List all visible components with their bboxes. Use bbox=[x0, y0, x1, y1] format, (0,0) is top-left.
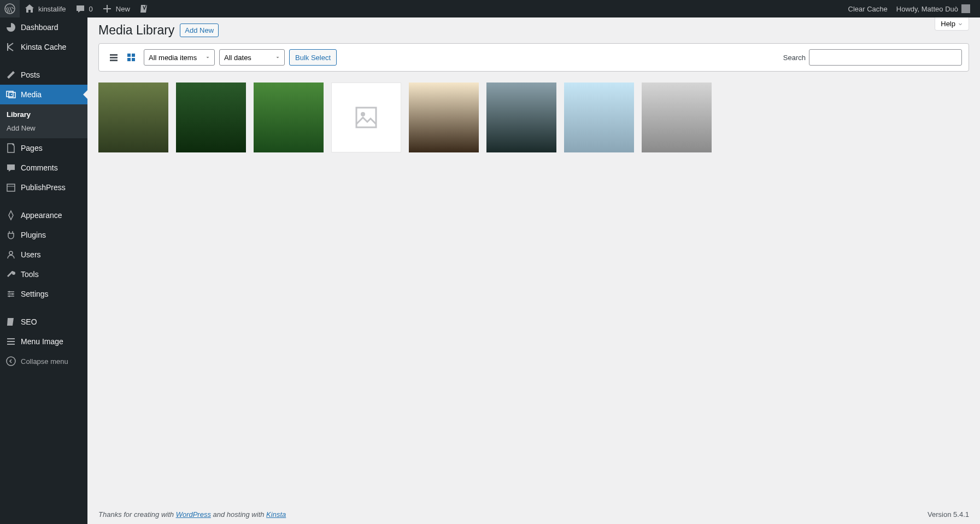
chevron-down-icon bbox=[958, 21, 963, 27]
clear-cache-link[interactable]: Clear Cache bbox=[844, 0, 892, 17]
main-content: Media Library Add New Help All media ite… bbox=[87, 0, 980, 524]
svg-rect-14 bbox=[132, 58, 135, 61]
media-type-filter[interactable]: All media items bbox=[144, 49, 215, 66]
sidebar-item-seo[interactable]: SEO bbox=[0, 312, 87, 332]
plugins-icon bbox=[5, 229, 16, 240]
media-item[interactable] bbox=[98, 83, 168, 152]
sidebar-item-menu-image[interactable]: Menu Image bbox=[0, 332, 87, 351]
svg-rect-8 bbox=[110, 54, 118, 56]
menu-image-icon bbox=[5, 336, 16, 347]
version-label: Version 5.4.1 bbox=[928, 510, 969, 519]
svg-rect-9 bbox=[110, 57, 118, 58]
sidebar-item-pages[interactable]: Pages bbox=[0, 138, 87, 158]
collapse-menu[interactable]: Collapse menu bbox=[0, 351, 87, 371]
media-item[interactable] bbox=[486, 83, 556, 152]
view-toggle bbox=[105, 49, 139, 66]
search-label: Search bbox=[783, 54, 806, 62]
grid-icon bbox=[126, 52, 137, 63]
comments-link[interactable]: 0 bbox=[71, 0, 97, 17]
comments-icon bbox=[5, 162, 16, 173]
list-view-button[interactable] bbox=[105, 49, 122, 66]
media-thumbnail bbox=[176, 83, 246, 152]
new-content-link[interactable]: New bbox=[97, 0, 134, 17]
media-thumbnail bbox=[564, 83, 634, 152]
sidebar-item-plugins[interactable]: Plugins bbox=[0, 225, 87, 245]
media-thumbnail bbox=[409, 83, 479, 152]
media-item[interactable] bbox=[331, 83, 401, 152]
sidebar-item-users[interactable]: Users bbox=[0, 245, 87, 264]
kinsta-icon bbox=[5, 42, 16, 52]
media-toolbar: All media items All dates Bulk Select Se… bbox=[98, 43, 969, 72]
media-item[interactable] bbox=[642, 83, 712, 152]
wp-logo[interactable] bbox=[0, 0, 20, 17]
sidebar-item-comments[interactable]: Comments bbox=[0, 158, 87, 178]
comments-count: 0 bbox=[89, 5, 93, 13]
avatar bbox=[961, 4, 970, 13]
howdy-label: Howdy, Matteo Duò bbox=[896, 5, 958, 13]
sidebar-item-appearance[interactable]: Appearance bbox=[0, 205, 87, 225]
admin-sidebar: Dashboard Kinsta Cache Posts Media Libra… bbox=[0, 17, 87, 524]
tools-icon bbox=[5, 269, 16, 280]
media-grid bbox=[87, 72, 980, 163]
media-item[interactable] bbox=[176, 83, 246, 152]
media-submenu: Library Add New bbox=[0, 104, 87, 138]
site-link[interactable]: kinstalife bbox=[20, 0, 71, 17]
dashboard-icon bbox=[5, 22, 16, 33]
home-icon bbox=[24, 3, 35, 14]
pages-icon bbox=[5, 143, 16, 154]
search-wrap: Search bbox=[783, 49, 962, 66]
wordpress-icon bbox=[4, 3, 15, 14]
collapse-icon bbox=[5, 356, 16, 367]
user-menu[interactable]: Howdy, Matteo Duò bbox=[892, 0, 975, 17]
svg-point-16 bbox=[361, 112, 365, 116]
svg-point-1 bbox=[11, 94, 12, 95]
sidebar-item-media[interactable]: Media bbox=[0, 85, 87, 104]
svg-rect-15 bbox=[356, 108, 376, 127]
footer-thanks: Thanks for creating with WordPress and h… bbox=[98, 510, 286, 519]
sidebar-item-settings[interactable]: Settings bbox=[0, 284, 87, 304]
date-filter[interactable]: All dates bbox=[219, 49, 285, 66]
sidebar-item-tools[interactable]: Tools bbox=[0, 264, 87, 284]
sidebar-item-dashboard[interactable]: Dashboard bbox=[0, 17, 87, 37]
submenu-add-new[interactable]: Add New bbox=[0, 121, 87, 135]
site-name: kinstalife bbox=[38, 5, 66, 13]
svg-rect-12 bbox=[132, 54, 135, 57]
sidebar-item-kinsta-cache[interactable]: Kinsta Cache bbox=[0, 37, 87, 57]
admin-footer: Thanks for creating with WordPress and h… bbox=[87, 505, 980, 524]
svg-point-5 bbox=[12, 293, 14, 295]
svg-rect-10 bbox=[110, 60, 118, 61]
svg-rect-2 bbox=[7, 184, 15, 191]
media-thumbnail bbox=[486, 83, 556, 152]
calendar-icon bbox=[5, 182, 16, 193]
yoast-icon bbox=[139, 3, 150, 14]
media-thumbnail bbox=[254, 83, 324, 152]
media-icon bbox=[5, 89, 16, 100]
media-thumbnail bbox=[98, 83, 168, 152]
comment-icon bbox=[75, 3, 86, 14]
add-new-button[interactable]: Add New bbox=[180, 23, 219, 37]
wordpress-link[interactable]: WordPress bbox=[176, 510, 211, 519]
kinsta-link[interactable]: Kinsta bbox=[266, 510, 286, 519]
page-title: Media Library bbox=[98, 23, 174, 38]
svg-point-7 bbox=[7, 357, 15, 366]
sidebar-item-posts[interactable]: Posts bbox=[0, 65, 87, 85]
media-thumbnail bbox=[642, 83, 712, 152]
media-item[interactable] bbox=[409, 83, 479, 152]
svg-point-3 bbox=[9, 251, 13, 255]
users-icon bbox=[5, 249, 16, 260]
submenu-library[interactable]: Library bbox=[0, 108, 87, 121]
sidebar-item-publishpress[interactable]: PublishPress bbox=[0, 178, 87, 197]
seo-icon bbox=[5, 316, 16, 327]
yoast-link[interactable] bbox=[134, 0, 154, 17]
bulk-select-button[interactable]: Bulk Select bbox=[289, 49, 337, 66]
media-item[interactable] bbox=[564, 83, 634, 152]
page-header: Media Library Add New Help bbox=[87, 17, 980, 43]
search-input[interactable] bbox=[809, 49, 962, 66]
svg-rect-11 bbox=[127, 54, 131, 57]
media-item[interactable] bbox=[254, 83, 324, 152]
svg-point-6 bbox=[9, 296, 10, 297]
grid-view-button[interactable] bbox=[123, 49, 139, 66]
svg-rect-13 bbox=[127, 58, 131, 61]
plus-icon bbox=[102, 3, 113, 14]
help-tab[interactable]: Help bbox=[935, 17, 969, 31]
